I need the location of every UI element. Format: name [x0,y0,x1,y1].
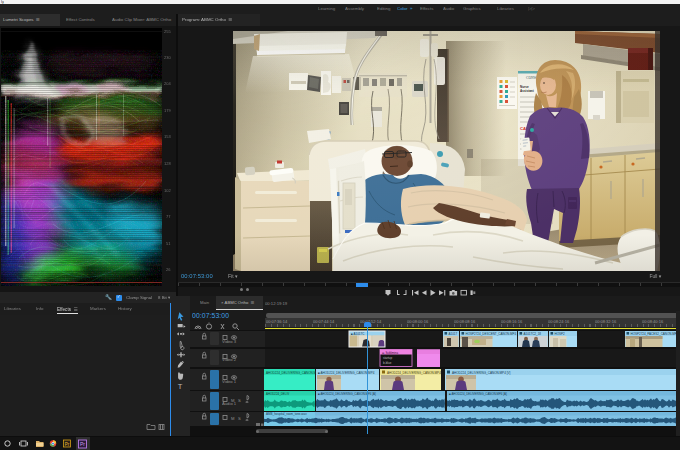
svg-text:AHOD224_DELIVERING_CANON.MP4: AHOD224_DELIVERING_CANON.MP4 [266,371,320,375]
svg-text:☰ Sublimina: ☰ Sublimina [382,351,398,355]
svg-text:■ A1017C: ■ A1017C [351,332,365,336]
svg-text:M: M [231,416,235,421]
svg-text:S: S [238,398,241,403]
svg-text:Pr: Pr [65,442,70,447]
svg-text:A1017C2_18: A1017C2_18 [524,332,542,336]
svg-text:HOSP2724_PACES2_CANON.MP4: HOSP2724_PACES2_CANON.MP4 [631,332,679,336]
svg-text:AHOD224_DELIV: AHOD224_DELIV [266,392,289,396]
svg-text:HOSP2: HOSP2 [555,332,566,336]
svg-text:A1017: A1017 [449,332,458,336]
svg-text:AHOD224_DELIVERING_CANON.MP4 [: AHOD224_DELIVERING_CANON.MP4 [V] [452,371,511,375]
svg-text:M: M [231,398,235,403]
svg-text:startup: startup [383,356,393,360]
svg-text:T: T [178,382,183,391]
svg-text:HOSP2724_DESCENT_CANON.MP4: HOSP2724_DESCENT_CANON.MP4 [466,332,517,336]
svg-text:AMB_hospital_room_tone.wav: AMB_hospital_room_tone.wav [266,412,307,416]
svg-text:S: S [238,416,241,421]
svg-text:AHOD224_DELIVERING_CANON.MP4: AHOD224_DELIVERING_CANON.MP4 [387,371,441,375]
svg-text:b-blue: b-blue [383,361,392,365]
svg-text:■ AHOD224_DELIVERING_CANON.MP4: ■ AHOD224_DELIVERING_CANON.MP4 [A] [449,392,507,396]
svg-text:Pr: Pr [80,441,85,447]
